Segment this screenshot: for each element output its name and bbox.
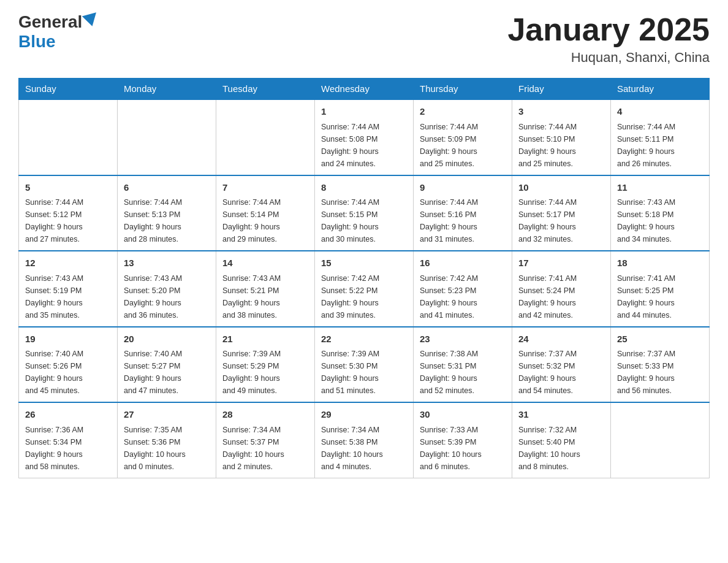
calendar-header-tuesday: Tuesday [216,79,315,100]
calendar-cell: 16Sunrise: 7:42 AM Sunset: 5:23 PM Dayli… [414,251,512,327]
calendar-cell: 1Sunrise: 7:44 AM Sunset: 5:08 PM Daylig… [315,99,414,175]
calendar-week-row: 1Sunrise: 7:44 AM Sunset: 5:08 PM Daylig… [19,99,710,175]
day-info: Sunrise: 7:39 AM Sunset: 5:30 PM Dayligh… [321,348,407,397]
calendar-cell: 8Sunrise: 7:44 AM Sunset: 5:15 PM Daylig… [315,175,414,251]
day-number: 9 [420,181,506,195]
title-block: January 2025 Huquan, Shanxi, China [507,12,710,66]
calendar-cell: 17Sunrise: 7:41 AM Sunset: 5:24 PM Dayli… [512,251,611,327]
location-text: Huquan, Shanxi, China [507,50,710,66]
day-info: Sunrise: 7:41 AM Sunset: 5:24 PM Dayligh… [518,272,604,321]
day-info: Sunrise: 7:32 AM Sunset: 5:40 PM Dayligh… [518,424,604,473]
page-header: General Blue January 2025 Huquan, Shanxi… [18,12,710,66]
day-info: Sunrise: 7:43 AM Sunset: 5:21 PM Dayligh… [222,272,308,321]
day-number: 22 [321,332,407,347]
day-info: Sunrise: 7:42 AM Sunset: 5:23 PM Dayligh… [420,272,506,321]
calendar-cell: 30Sunrise: 7:33 AM Sunset: 5:39 PM Dayli… [414,402,512,478]
calendar-cell [216,99,315,175]
calendar-week-row: 19Sunrise: 7:40 AM Sunset: 5:26 PM Dayli… [19,327,710,403]
calendar-header-wednesday: Wednesday [315,79,414,100]
calendar-cell: 22Sunrise: 7:39 AM Sunset: 5:30 PM Dayli… [315,327,414,403]
day-info: Sunrise: 7:44 AM Sunset: 5:17 PM Dayligh… [518,196,604,245]
calendar-cell: 11Sunrise: 7:43 AM Sunset: 5:18 PM Dayli… [611,175,710,251]
day-info: Sunrise: 7:37 AM Sunset: 5:33 PM Dayligh… [617,348,703,397]
day-number: 4 [617,105,703,119]
calendar-cell: 12Sunrise: 7:43 AM Sunset: 5:19 PM Dayli… [19,251,118,327]
day-number: 19 [25,332,111,347]
calendar-cell: 3Sunrise: 7:44 AM Sunset: 5:10 PM Daylig… [512,99,611,175]
day-info: Sunrise: 7:33 AM Sunset: 5:39 PM Dayligh… [420,424,506,473]
day-number: 2 [420,105,506,119]
day-info: Sunrise: 7:34 AM Sunset: 5:37 PM Dayligh… [222,424,308,473]
day-number: 31 [518,408,604,422]
calendar-week-row: 26Sunrise: 7:36 AM Sunset: 5:34 PM Dayli… [19,402,710,478]
calendar-cell: 2Sunrise: 7:44 AM Sunset: 5:09 PM Daylig… [414,99,512,175]
day-info: Sunrise: 7:44 AM Sunset: 5:15 PM Dayligh… [321,196,407,245]
calendar-cell: 14Sunrise: 7:43 AM Sunset: 5:21 PM Dayli… [216,251,315,327]
day-number: 14 [222,256,308,270]
calendar-cell: 13Sunrise: 7:43 AM Sunset: 5:20 PM Dayli… [118,251,216,327]
calendar-header-row: SundayMondayTuesdayWednesdayThursdayFrid… [19,79,710,100]
day-number: 20 [124,332,210,347]
day-number: 8 [321,181,407,195]
day-number: 18 [617,256,703,270]
day-info: Sunrise: 7:43 AM Sunset: 5:19 PM Dayligh… [25,272,111,321]
day-number: 12 [25,256,111,270]
day-number: 15 [321,256,407,270]
day-info: Sunrise: 7:44 AM Sunset: 5:10 PM Dayligh… [518,121,604,170]
calendar-header-sunday: Sunday [19,79,118,100]
day-info: Sunrise: 7:39 AM Sunset: 5:29 PM Dayligh… [222,348,308,397]
day-info: Sunrise: 7:43 AM Sunset: 5:18 PM Dayligh… [617,196,703,245]
day-info: Sunrise: 7:42 AM Sunset: 5:22 PM Dayligh… [321,272,407,321]
day-info: Sunrise: 7:37 AM Sunset: 5:32 PM Dayligh… [518,348,604,397]
day-number: 6 [124,181,210,195]
logo-blue-text: Blue [18,32,56,52]
calendar-cell: 4Sunrise: 7:44 AM Sunset: 5:11 PM Daylig… [611,99,710,175]
day-number: 21 [222,332,308,347]
calendar-cell: 26Sunrise: 7:36 AM Sunset: 5:34 PM Dayli… [19,402,118,478]
calendar-cell: 19Sunrise: 7:40 AM Sunset: 5:26 PM Dayli… [19,327,118,403]
day-number: 10 [518,181,604,195]
calendar-cell: 20Sunrise: 7:40 AM Sunset: 5:27 PM Dayli… [118,327,216,403]
calendar-week-row: 12Sunrise: 7:43 AM Sunset: 5:19 PM Dayli… [19,251,710,327]
calendar-header-monday: Monday [118,79,216,100]
day-number: 3 [518,105,604,119]
day-number: 5 [25,181,111,195]
day-number: 30 [420,408,506,422]
calendar-cell: 25Sunrise: 7:37 AM Sunset: 5:33 PM Dayli… [611,327,710,403]
logo-triangle-icon [82,12,99,28]
day-info: Sunrise: 7:38 AM Sunset: 5:31 PM Dayligh… [420,348,506,397]
day-info: Sunrise: 7:40 AM Sunset: 5:27 PM Dayligh… [124,348,210,397]
calendar-cell [118,99,216,175]
day-number: 1 [321,105,407,119]
calendar-cell: 6Sunrise: 7:44 AM Sunset: 5:13 PM Daylig… [118,175,216,251]
calendar-cell: 9Sunrise: 7:44 AM Sunset: 5:16 PM Daylig… [414,175,512,251]
day-number: 16 [420,256,506,270]
day-info: Sunrise: 7:40 AM Sunset: 5:26 PM Dayligh… [25,348,111,397]
calendar-cell: 7Sunrise: 7:44 AM Sunset: 5:14 PM Daylig… [216,175,315,251]
month-title: January 2025 [507,12,710,47]
calendar-cell: 15Sunrise: 7:42 AM Sunset: 5:22 PM Dayli… [315,251,414,327]
calendar-cell: 29Sunrise: 7:34 AM Sunset: 5:38 PM Dayli… [315,402,414,478]
calendar-cell: 23Sunrise: 7:38 AM Sunset: 5:31 PM Dayli… [414,327,512,403]
calendar-header-saturday: Saturday [611,79,710,100]
calendar-cell: 31Sunrise: 7:32 AM Sunset: 5:40 PM Dayli… [512,402,611,478]
day-info: Sunrise: 7:44 AM Sunset: 5:13 PM Dayligh… [124,196,210,245]
day-info: Sunrise: 7:36 AM Sunset: 5:34 PM Dayligh… [25,424,111,473]
calendar-cell: 10Sunrise: 7:44 AM Sunset: 5:17 PM Dayli… [512,175,611,251]
day-number: 23 [420,332,506,347]
calendar-cell: 24Sunrise: 7:37 AM Sunset: 5:32 PM Dayli… [512,327,611,403]
calendar-cell: 21Sunrise: 7:39 AM Sunset: 5:29 PM Dayli… [216,327,315,403]
day-number: 28 [222,408,308,422]
calendar-cell: 27Sunrise: 7:35 AM Sunset: 5:36 PM Dayli… [118,402,216,478]
calendar-cell [611,402,710,478]
calendar-table: SundayMondayTuesdayWednesdayThursdayFrid… [18,78,710,478]
day-number: 24 [518,332,604,347]
day-info: Sunrise: 7:44 AM Sunset: 5:09 PM Dayligh… [420,121,506,170]
calendar-header-friday: Friday [512,79,611,100]
calendar-header-thursday: Thursday [414,79,512,100]
calendar-cell: 18Sunrise: 7:41 AM Sunset: 5:25 PM Dayli… [611,251,710,327]
logo-general-text: General [18,12,82,32]
day-info: Sunrise: 7:44 AM Sunset: 5:08 PM Dayligh… [321,121,407,170]
day-info: Sunrise: 7:34 AM Sunset: 5:38 PM Dayligh… [321,424,407,473]
calendar-week-row: 5Sunrise: 7:44 AM Sunset: 5:12 PM Daylig… [19,175,710,251]
